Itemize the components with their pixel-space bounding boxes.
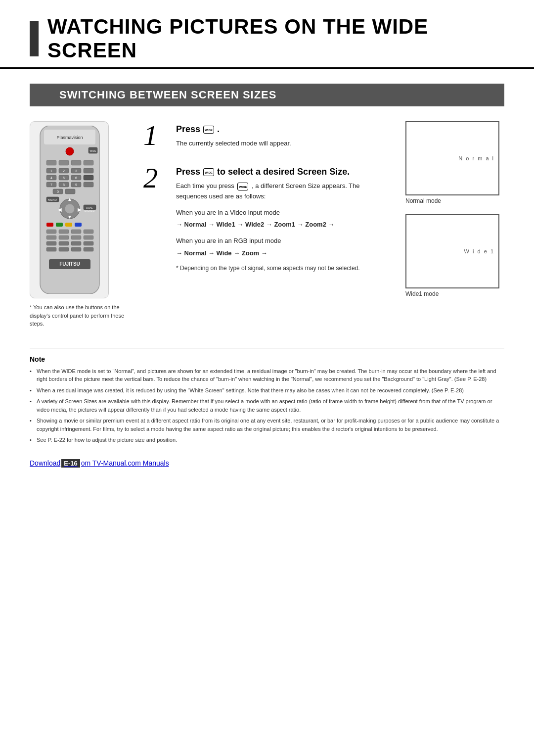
section-header: SWITCHING BETWEEN SCREEN SIZES — [30, 84, 504, 106]
svg-rect-47 — [65, 223, 72, 227]
svg-text:MENU: MENU — [48, 198, 57, 201]
svg-rect-33 — [65, 189, 75, 194]
rgb-mode-section: When you are in an RGB input mode → Norm… — [176, 236, 381, 259]
remote-image: Plasmavision WIDE 1 2 3 — [30, 121, 109, 298]
normal-label-below: Normal mode — [405, 197, 504, 204]
wide1-label-below: Wide1 mode — [405, 290, 504, 297]
svg-text:9: 9 — [75, 183, 77, 187]
step-1-title-suffix: . — [217, 124, 220, 135]
svg-text:Plasmavision: Plasmavision — [56, 135, 83, 140]
step-2-asterisk: * Depending on the type of signal, some … — [176, 265, 381, 272]
normal-label-inside: N o r m a l — [458, 155, 494, 161]
svg-rect-58 — [59, 241, 69, 245]
page-footer[interactable]: DownloadE-16om TV-Manual.com Manuals — [0, 454, 534, 472]
svg-text:7: 7 — [50, 183, 52, 187]
svg-rect-45 — [46, 223, 53, 227]
svg-rect-54 — [59, 236, 69, 239]
rgb-sequence: → Normal → Wide → Zoom → — [176, 248, 381, 259]
svg-text:5: 5 — [63, 176, 65, 180]
svg-rect-23 — [84, 175, 93, 180]
video-mode-section: When you are in a Video input mode → Nor… — [176, 208, 381, 231]
svg-rect-30 — [84, 182, 93, 187]
svg-rect-63 — [71, 247, 81, 251]
svg-text:◀: ◀ — [58, 207, 62, 212]
step-1-title-prefix: Press — [176, 124, 200, 135]
header-bar — [30, 21, 39, 56]
remote-footnote: * You can also use the buttons on the di… — [30, 303, 129, 328]
footer-download-text: Download — [30, 459, 60, 467]
wide-button-icon-2 — [203, 168, 214, 176]
svg-rect-46 — [56, 223, 63, 227]
step-1-title: Press . — [176, 124, 381, 135]
note-list: When the WIDE mode is set to "Normal", a… — [30, 367, 504, 444]
wide1-mode-screen-container: W i d e 1 Wide1 mode — [405, 214, 504, 297]
step-1-description: The currently selected mode will appear. — [176, 139, 381, 149]
svg-rect-49 — [46, 230, 56, 234]
svg-text:FUJITSU: FUJITSU — [59, 261, 80, 267]
svg-text:WIDE: WIDE — [89, 149, 96, 152]
left-column: Plasmavision WIDE 1 2 3 — [30, 121, 129, 328]
video-mode-label: When you are in a Video input mode — [176, 208, 381, 218]
note-item-4: Showing a movie or similar premium event… — [30, 417, 504, 433]
svg-rect-8 — [71, 160, 81, 165]
note-item-1: When the WIDE mode is set to "Normal", a… — [30, 367, 504, 383]
svg-rect-9 — [84, 160, 93, 165]
svg-text:▼: ▼ — [67, 214, 72, 220]
svg-text:0: 0 — [57, 190, 59, 193]
svg-text:▶: ▶ — [78, 207, 82, 212]
normal-mode-screen-container: N o r m a l Normal mode — [405, 121, 504, 204]
svg-rect-60 — [84, 241, 93, 245]
svg-rect-61 — [46, 247, 56, 251]
svg-rect-16 — [84, 168, 93, 173]
svg-rect-50 — [59, 230, 69, 234]
video-sequence: → Normal → Wide1 → Wide2 → Zoom1 → Zoom2… — [176, 220, 381, 230]
page-header: WATCHING PICTURES ON THE WIDE SCREEN — [0, 0, 534, 69]
step-1: 1 Press . The currently selected mode wi… — [143, 121, 381, 150]
svg-text:4: 4 — [50, 176, 52, 180]
step-1-content: Press . The currently selected mode will… — [176, 121, 381, 149]
note-title: Note — [30, 355, 504, 363]
note-item-3: A variety of Screen Sizes are available … — [30, 397, 504, 414]
step-2-number: 2 — [143, 164, 168, 192]
note-item-2: When a residual image was created, it is… — [30, 386, 504, 395]
svg-rect-57 — [46, 241, 56, 245]
svg-rect-53 — [46, 236, 56, 239]
middle-column: 1 Press . The currently selected mode wi… — [143, 121, 391, 328]
right-column: N o r m a l Normal mode W i d e 1 Wide1 … — [405, 121, 504, 328]
svg-rect-56 — [84, 236, 93, 239]
step-2-content: Press to select a desired Screen Size. E… — [176, 164, 381, 272]
step-1-number: 1 — [143, 121, 168, 150]
svg-rect-7 — [59, 160, 69, 165]
svg-point-3 — [66, 147, 74, 155]
rgb-mode-label: When you are in an RGB input mode — [176, 236, 381, 246]
wide-button-icon-3 — [237, 183, 248, 190]
svg-text:▲: ▲ — [67, 196, 72, 202]
step-2-description: Each time you press , a different Screen… — [176, 181, 381, 202]
svg-text:3: 3 — [75, 169, 77, 173]
svg-point-37 — [65, 204, 75, 214]
svg-rect-55 — [71, 236, 81, 239]
normal-mode-screen: N o r m a l — [405, 121, 499, 195]
svg-rect-62 — [59, 247, 69, 251]
remote-svg: Plasmavision WIDE 1 2 3 — [34, 126, 105, 294]
wide-button-icon-1 — [203, 126, 214, 134]
wide1-mode-screen: W i d e 1 — [405, 214, 499, 288]
note-section: Note When the WIDE mode is set to "Norma… — [30, 348, 504, 444]
svg-text:8: 8 — [63, 183, 65, 187]
svg-rect-64 — [84, 247, 93, 251]
step-2-title-prefix: Press — [176, 167, 200, 177]
svg-text:1: 1 — [50, 169, 52, 173]
footer-link-text: om TV-Manual.com Manuals — [81, 459, 169, 467]
wide1-label-inside: W i d e 1 — [464, 248, 494, 254]
svg-rect-48 — [75, 223, 82, 227]
step-2-title: Press to select a desired Screen Size. — [176, 167, 381, 177]
svg-text:STEREO: STEREO — [85, 209, 95, 212]
step-2-title-suffix: to select a desired Screen Size. — [217, 167, 350, 177]
svg-rect-51 — [71, 230, 81, 234]
svg-rect-6 — [46, 160, 56, 165]
content-area: Plasmavision WIDE 1 2 3 — [0, 121, 534, 328]
svg-rect-52 — [84, 230, 93, 234]
footer-badge: E-16 — [61, 459, 80, 468]
svg-rect-59 — [71, 241, 81, 245]
page-title: WATCHING PICTURES ON THE WIDE SCREEN — [47, 15, 504, 62]
